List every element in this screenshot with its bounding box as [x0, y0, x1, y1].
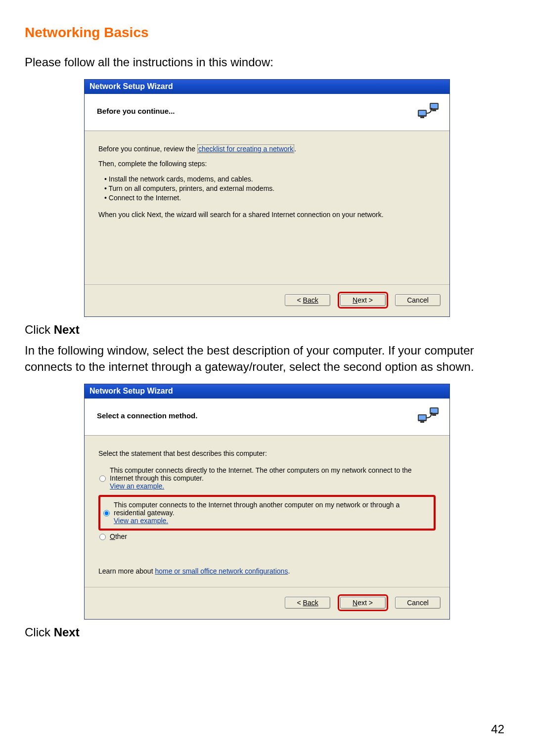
page-heading: Networking Basics	[25, 25, 509, 41]
radio-text: This computer connects to the Internet t…	[114, 501, 431, 525]
para-2: In the following window, select the best…	[25, 343, 509, 375]
view-example-link[interactable]: View an example.	[110, 482, 164, 490]
after-line: When you click Next, the wizard will sea…	[98, 211, 436, 219]
network-icon	[417, 405, 441, 425]
titlebar: Network Setup Wizard	[85, 80, 449, 94]
svg-rect-7	[419, 415, 426, 420]
next-button[interactable]: Next >	[340, 294, 386, 306]
wizard-banner: Select a connection method.	[85, 399, 449, 436]
learn-more-prefix: Learn more about	[98, 567, 155, 575]
svg-rect-5	[432, 110, 436, 111]
radio-label: ther	[115, 533, 127, 540]
click-next-2: Click Next	[25, 625, 509, 639]
radio-text: Other	[110, 533, 435, 540]
wizard-window-connection-method: Network Setup Wizard Select a connection…	[84, 384, 450, 620]
then-line: Then, complete the following steps:	[98, 160, 436, 168]
svg-rect-2	[420, 117, 424, 118]
svg-rect-4	[431, 104, 438, 108]
wizard-content: Select the statement that best describes…	[85, 436, 449, 587]
radio-option-gateway-highlight: This computer connects to the Internet t…	[98, 495, 436, 531]
learn-more-line: Learn more about home or small office ne…	[98, 567, 436, 575]
click-next-bold: Next	[54, 625, 80, 639]
intro-text: Please follow all the instructions in th…	[25, 54, 509, 70]
wizard-content: Before you continue, review the checklis…	[85, 131, 449, 284]
wizard-subtitle: Select a connection method.	[97, 411, 197, 420]
network-icon	[417, 101, 441, 121]
radio-option-direct[interactable]: This computer connects directly to the I…	[98, 464, 436, 492]
prompt-text: Select the statement that best describes…	[98, 449, 436, 457]
radio-input-gateway[interactable]	[103, 502, 110, 525]
button-bar: < Back Next > Cancel	[85, 284, 449, 316]
next-button-highlight: Next >	[338, 292, 388, 309]
step-item: Connect to the Internet.	[104, 193, 436, 203]
click-next-prefix: Click	[25, 323, 54, 336]
back-button[interactable]: < Back	[285, 597, 330, 609]
back-button-label: Back	[303, 296, 318, 304]
svg-rect-11	[432, 414, 436, 416]
cancel-button[interactable]: Cancel	[395, 597, 441, 609]
button-bar: < Back Next > Cancel	[85, 587, 449, 619]
review-line-prefix: Before you continue, review the	[98, 145, 197, 153]
radio-text: This computer connects directly to the I…	[110, 466, 435, 490]
step-item: Install the network cards, modems, and c…	[104, 175, 436, 184]
back-button-label: Back	[303, 599, 318, 607]
wizard-banner: Before you continue...	[85, 94, 449, 131]
wizard-window-before-continue: Network Setup Wizard Before you continue…	[84, 79, 450, 317]
next-button-highlight: Next >	[338, 594, 388, 611]
next-button-label: ext >	[357, 296, 373, 304]
radio-input-other[interactable]	[99, 534, 106, 540]
next-button[interactable]: Next >	[340, 597, 386, 609]
click-next-prefix: Click	[25, 625, 54, 639]
radio-label: This computer connects directly to the I…	[110, 466, 435, 482]
titlebar: Network Setup Wizard	[85, 384, 449, 399]
steps-list: Install the network cards, modems, and c…	[98, 175, 436, 203]
checklist-link[interactable]: checklist for creating a network	[197, 144, 294, 153]
next-button-label: ext >	[357, 599, 373, 607]
radio-option-gateway[interactable]: This computer connects to the Internet t…	[102, 499, 432, 527]
view-example-link[interactable]: View an example.	[114, 517, 168, 525]
svg-rect-1	[419, 111, 426, 115]
click-next-bold: Next	[54, 323, 80, 336]
click-next-1: Click Next	[25, 323, 509, 337]
wizard-subtitle: Before you continue...	[97, 107, 175, 115]
radio-input-direct[interactable]	[99, 467, 106, 490]
radio-label: This computer connects to the Internet t…	[114, 501, 431, 517]
step-item: Turn on all computers, printers, and ext…	[104, 184, 436, 193]
radio-option-other[interactable]: Other	[98, 531, 436, 542]
page-number: 42	[491, 722, 504, 736]
svg-rect-10	[431, 408, 438, 413]
review-line: Before you continue, review the checklis…	[98, 145, 436, 153]
back-button[interactable]: < Back	[285, 294, 330, 306]
cancel-button[interactable]: Cancel	[395, 294, 441, 306]
svg-rect-8	[420, 421, 424, 423]
learn-more-link[interactable]: home or small office network configurati…	[155, 567, 288, 575]
